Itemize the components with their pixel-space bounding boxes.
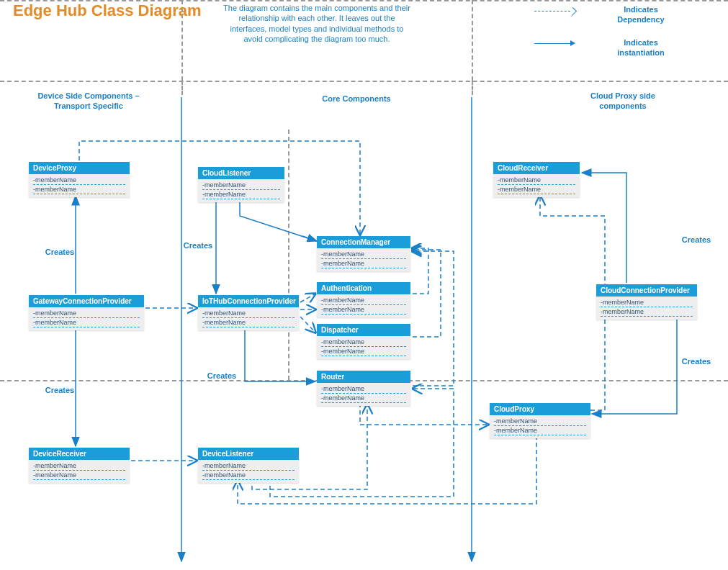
divider xyxy=(0,81,728,82)
class-member: -memberName xyxy=(498,176,575,185)
svg-line-10 xyxy=(300,317,315,332)
class-member: -memberName xyxy=(202,461,295,471)
edge-label: Creates xyxy=(204,371,240,381)
legend-dependency-label: Indicates Dependency xyxy=(605,4,677,25)
class-header: CloudProxy xyxy=(490,403,590,415)
class-Dispatcher: Dispatcher-memberName-memberName xyxy=(317,324,410,359)
class-member: -memberName xyxy=(33,318,140,327)
class-IoTHubConnectionProvider: IoTHubConnectionProvider-memberName-memb… xyxy=(198,295,299,330)
class-member: -memberName xyxy=(321,296,406,305)
legend-dependency-arrow xyxy=(567,7,577,17)
section-right: Cloud Proxy side components xyxy=(569,91,677,112)
class-header: GatewayConnectionProvider xyxy=(29,295,144,307)
diagram-description: The diagram contains the main components… xyxy=(220,3,414,44)
class-member: -memberName xyxy=(202,190,280,199)
class-Router: Router-memberName-memberName xyxy=(317,371,410,406)
class-member: -memberName xyxy=(202,309,295,318)
svg-line-4 xyxy=(302,236,317,241)
class-header: DeviceProxy xyxy=(29,162,130,174)
divider xyxy=(472,81,473,95)
class-header: IoTHubConnectionProvider xyxy=(198,295,299,307)
class-ConnectionManager: ConnectionManager-memberName-memberName xyxy=(317,236,410,271)
class-header: CloudConnectionProvider xyxy=(596,284,697,297)
class-CloudListener: CloudListener-memberName-memberName xyxy=(198,167,284,202)
class-CloudReceiver: CloudReceiver-memberName-memberName xyxy=(493,162,580,197)
class-header: CloudReceiver xyxy=(493,162,580,174)
class-member: -memberName xyxy=(33,309,140,318)
edge-label: Creates xyxy=(678,235,714,245)
class-DeviceReceiver: DeviceReceiver-memberName-memberName xyxy=(29,448,130,483)
edge-label: Creates xyxy=(678,356,714,366)
class-member: -memberName xyxy=(321,394,406,403)
class-header: DeviceListener xyxy=(198,448,299,460)
class-member: -memberName xyxy=(33,185,125,194)
class-member: -memberName xyxy=(202,181,280,190)
class-header: DeviceReceiver xyxy=(29,448,130,460)
class-member: -memberName xyxy=(202,471,295,480)
edge-label: Creates xyxy=(42,247,78,257)
page-title: Edge Hub Class Diagram xyxy=(13,1,202,20)
class-CloudConnectionProvider: CloudConnectionProvider-memberName-membe… xyxy=(596,284,697,320)
section-center: Core Components xyxy=(302,94,410,104)
class-member: -memberName xyxy=(601,307,693,317)
class-header: Router xyxy=(317,371,410,383)
class-member: -memberName xyxy=(202,318,295,327)
section-left: Device Side Components – Transport Speci… xyxy=(27,91,150,112)
edge-label: Creates xyxy=(180,240,216,250)
legend-instantiation-line xyxy=(534,43,570,44)
divider xyxy=(472,0,473,81)
divider xyxy=(181,81,183,95)
class-header: ConnectionManager xyxy=(317,236,410,248)
class-member: -memberName xyxy=(494,417,586,426)
legend-dependency-line xyxy=(534,11,570,12)
class-Authentication: Authentication-memberName-memberName xyxy=(317,282,410,317)
class-member: -memberName xyxy=(321,347,406,356)
class-GatewayConnectionProvider: GatewayConnectionProvider-memberName-mem… xyxy=(29,295,144,330)
legend-instantiation-arrow xyxy=(570,40,575,46)
class-header: Authentication xyxy=(317,282,410,294)
class-member: -memberName xyxy=(601,298,693,307)
legend-instantiation-label: Indicates instantiation xyxy=(605,37,677,58)
class-header: Dispatcher xyxy=(317,324,410,336)
class-DeviceListener: DeviceListener-memberName-memberName xyxy=(198,448,299,483)
class-member: -memberName xyxy=(321,338,406,347)
divider xyxy=(288,130,289,380)
svg-line-8 xyxy=(300,294,315,302)
class-DeviceProxy: DeviceProxy-memberName-memberName xyxy=(29,162,130,197)
class-member: -memberName xyxy=(498,185,575,194)
class-member: -memberName xyxy=(494,426,586,435)
class-CloudProxy: CloudProxy-memberName-memberName xyxy=(490,403,590,438)
class-member: -memberName xyxy=(321,250,406,259)
edge-label: Creates xyxy=(42,385,78,395)
class-member: -memberName xyxy=(33,176,125,185)
class-member: -memberName xyxy=(33,471,125,480)
class-member: -memberName xyxy=(321,259,406,268)
class-member: -memberName xyxy=(33,461,125,471)
class-member: -memberName xyxy=(321,384,406,394)
class-header: CloudListener xyxy=(198,167,284,179)
class-member: -memberName xyxy=(321,305,406,315)
